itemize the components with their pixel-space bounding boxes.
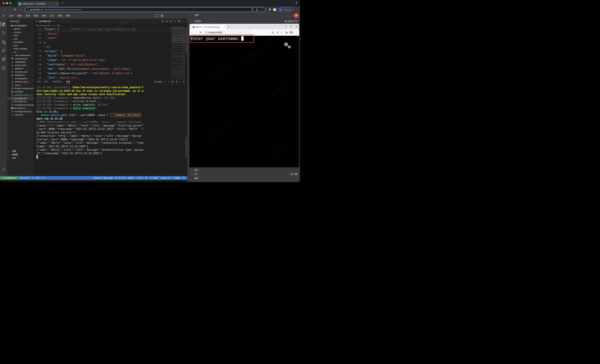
profile-button[interactable]: J Paused [279,7,293,12]
clipboard-icon[interactable] [251,8,253,11]
notifications-bell-icon[interactable] [181,177,186,179]
tree-file[interactable]: .eslintignore [7,60,34,64]
split-editor-icon[interactable] [178,20,180,22]
tree-folder[interactable]: ›src [7,50,34,54]
kill-terminal-trash-icon[interactable] [176,81,178,83]
minimap[interactable] [171,27,185,79]
services-section[interactable]: › 服务 [188,176,300,180]
git-branch-status[interactable]: v2.5.0* [19,177,30,179]
wetty-tabs-chevron-icon[interactable]: ∨ [285,25,287,28]
tab-search-chevron-icon[interactable]: ∨ [295,1,297,4]
open-in-new-window-button[interactable]: 新窗口打开 [285,20,298,23]
compare-changes-icon[interactable]: ⇆ [162,20,164,22]
maximize-panel-icon[interactable]: ∧ [180,81,181,83]
run-file-icon[interactable]: ▷ [174,20,176,22]
tree-file[interactable]: README.md [7,100,34,103]
tree-file[interactable]: .yarnrc [7,84,34,87]
svn-icon[interactable] [0,64,7,73]
browser-sidebar-icon[interactable] [273,9,276,11]
explorer-more-icon[interactable]: ··· [29,20,31,22]
editor-tab-close-icon[interactable]: ✕ [53,20,55,22]
tree-folder[interactable]: ›build [7,34,34,37]
menu-item[interactable]: 选择 [24,14,32,18]
wetty-settings-gears-icon[interactable] [283,42,291,50]
editor-tab-package-json[interactable]: {} package.json ✕ [34,19,56,24]
wetty-close-icon[interactable]: ✕ [296,25,298,28]
tree-file[interactable]: package.json [7,97,34,100]
circle-outline-icon[interactable]: ◎ [166,20,168,22]
wetty-profile-icon[interactable] [290,31,293,34]
wetty-reload-icon[interactable]: ⟳ [200,31,202,34]
tree-folder[interactable]: ›.vscode [7,31,34,34]
tree-file[interactable]: LICENSE [7,90,34,93]
ports-section[interactable]: › 端口 [188,168,300,172]
circle-outline-icon2[interactable]: ◎ [170,20,172,22]
wetty-forward-icon[interactable]: → [195,31,198,34]
panel-expand-icon[interactable]: › [185,100,187,103]
wetty-tab-close-icon[interactable]: ✕ [223,26,225,28]
editor-scrollbar[interactable] [185,28,187,53]
browser-menu-icon[interactable]: ⋮ [295,8,298,11]
settings-section[interactable]: › 设置 [188,13,300,17]
menu-item[interactable]: 运行 [48,14,56,18]
reload-icon[interactable]: ⟳ [13,8,17,11]
open-window-icon[interactable] [161,15,163,17]
sync-status[interactable]: ↻ [30,177,35,179]
home-icon[interactable]: ⌂ [18,8,23,11]
extensions-puzzle-icon[interactable] [269,8,271,11]
editor-more-icon[interactable]: … [182,20,185,22]
wetty-restore-icon[interactable] [290,26,292,27]
panel-tab-调试控制台[interactable]: 调试控制台 [52,79,62,84]
terminal-dropdown-icon[interactable]: ∨ [168,81,169,83]
explorer-files-icon[interactable] [0,20,7,28]
macos-traffic-lights[interactable] [3,2,11,4]
blame-status[interactable]: ϙ butlerx, 2 years ago [92,177,114,179]
menu-item[interactable]: 查看 [32,14,40,18]
run-debug-icon[interactable] [0,46,7,55]
share-icon[interactable] [256,8,258,11]
wetty-terminal[interactable]: Enter your username: [189,36,299,167]
clone-button[interactable]: 克隆 [291,173,298,176]
settings-gear-icon[interactable] [0,165,7,174]
panel-tab-问题[interactable]: 问题 [37,79,41,84]
problems-status[interactable]: ⊗ 0 ⚠ 0 [35,177,46,179]
split-terminal-icon[interactable] [171,81,174,83]
fullscreen-icon[interactable] [156,14,158,17]
tab-close-icon[interactable]: ✕ [56,2,57,5]
user-avatar[interactable]: 邓 [294,13,299,18]
bookmark-star-icon[interactable]: ☆ [261,8,263,11]
wetty-sidebar-icon[interactable] [285,32,288,34]
extensions-icon[interactable] [0,55,7,64]
forward-icon[interactable]: → [8,8,12,11]
search-icon[interactable] [0,28,7,37]
tree-folder[interactable]: ›conf [7,37,34,41]
terminal-shell-selector[interactable]: > node [154,81,162,83]
terminal-scrollbar[interactable] [185,137,187,158]
layout-status[interactable]: Layout: U.S. [159,177,172,179]
minimize-window-button[interactable] [6,2,8,4]
tree-file[interactable]: tsconfig.node.json [7,110,34,113]
panel-tab-输出[interactable]: 输出 [44,79,48,84]
tree-file[interactable]: .gitignore [7,67,34,70]
tree-file[interactable]: package-lock.js...U [7,93,34,97]
tree-folder[interactable]: ›containers [7,41,34,44]
tree-file[interactable]: .prettierrc.json [7,80,34,84]
tree-file[interactable]: yarn.lock [7,113,34,117]
sidebar-section-时间线[interactable]: ›时间线 [7,153,34,156]
close-panel-icon[interactable]: ✕ [183,81,185,83]
tree-file[interactable]: .mocharc.json [7,70,34,74]
back-icon[interactable]: ← [2,8,6,11]
menu-item[interactable]: 转到 [40,14,48,18]
browser-tab[interactable]: wetty-source - CloudIDE ✕ [17,1,59,6]
tree-folder[interactable]: ›.github [7,28,34,31]
wetty-share-icon[interactable] [276,31,279,34]
remote-indicator[interactable]: >< go.titanide.cn [0,176,19,180]
zoom-window-button[interactable] [9,2,11,4]
page-info-icon[interactable]: i [205,31,207,34]
formatter-status[interactable]: Prettier [172,177,181,179]
breadcrumb[interactable]: {} package.json › [ ] files [34,24,187,27]
indent-status[interactable]: 空格: 2 [127,177,136,179]
tree-folder[interactable]: ›docs [7,44,34,47]
wetty-menu-icon[interactable]: ⋮ [295,31,298,34]
tree-file[interactable]: tsconfig.json [7,107,34,110]
